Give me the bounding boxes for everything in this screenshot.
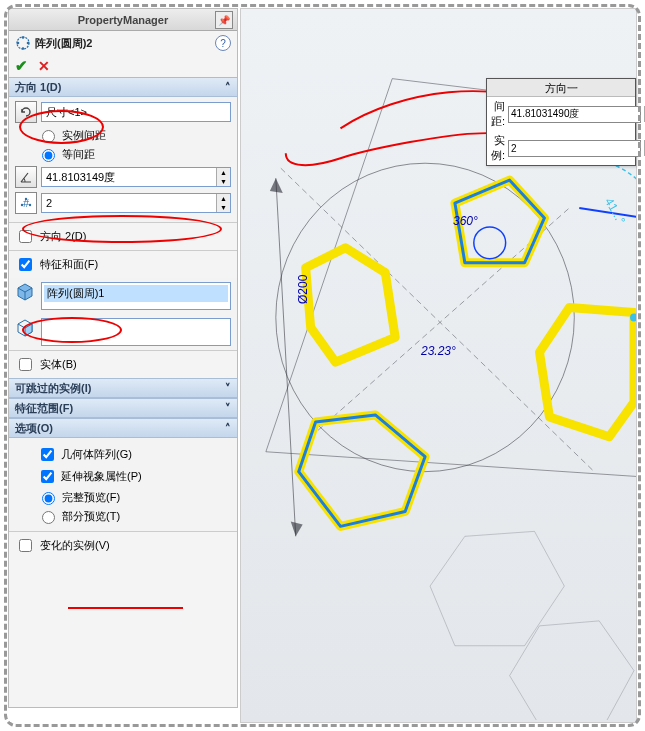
label-equal-spacing: 等间距 bbox=[62, 147, 95, 162]
features-selection-box[interactable]: 阵列(圆周)1 bbox=[41, 282, 231, 310]
check-direction2[interactable] bbox=[19, 230, 32, 243]
ok-cancel-row: ✔ ✕ bbox=[9, 55, 237, 77]
svg-point-4 bbox=[17, 42, 20, 45]
angle-input[interactable] bbox=[42, 171, 216, 183]
chevron-up-icon: ˄ bbox=[225, 81, 231, 94]
features-body: 阵列(圆周)1 bbox=[9, 278, 237, 314]
label-varied: 变化的实例(V) bbox=[40, 538, 110, 553]
section-options[interactable]: 选项(O) ˄ bbox=[9, 418, 237, 438]
face-select-icon bbox=[15, 318, 37, 340]
section-bodies[interactable]: 实体(B) bbox=[9, 350, 237, 378]
reverse-direction-button[interactable] bbox=[15, 101, 37, 123]
check-features[interactable] bbox=[19, 258, 32, 271]
radio-full-preview[interactable] bbox=[42, 492, 55, 505]
options-body: 几何体阵列(G) 延伸视象属性(P) 完整预览(F) 部分预览(T) bbox=[9, 438, 237, 531]
svg-line-16 bbox=[311, 208, 570, 437]
section-features-header[interactable]: 特征和面(F) bbox=[9, 250, 237, 278]
instances-input[interactable] bbox=[42, 197, 216, 209]
section-skippable-title: 可跳过的实例(I) bbox=[15, 381, 91, 396]
circular-pattern-icon bbox=[15, 35, 31, 51]
section-scope[interactable]: 特征范围(F) ˅ bbox=[9, 398, 237, 418]
feature-select-icon bbox=[15, 282, 37, 304]
svg-point-14 bbox=[276, 163, 574, 471]
svg-line-9 bbox=[266, 452, 636, 477]
angle-icon[interactable] bbox=[15, 166, 37, 188]
dimension-41: 41...° bbox=[602, 195, 628, 226]
selected-feature-item[interactable]: 阵列(圆周)1 bbox=[44, 285, 228, 302]
floating-spacing-label: 间距: bbox=[491, 99, 505, 129]
svg-line-15 bbox=[281, 168, 594, 471]
section-varied[interactable]: 变化的实例(V) bbox=[9, 531, 237, 559]
floating-spacing-input[interactable] bbox=[508, 106, 641, 123]
chevron-down-icon: ˅ bbox=[225, 382, 231, 395]
check-varied[interactable] bbox=[19, 539, 32, 552]
check-geometry-pattern[interactable] bbox=[41, 448, 54, 461]
faces-body bbox=[9, 314, 237, 350]
label-geometry-pattern: 几何体阵列(G) bbox=[61, 447, 132, 462]
help-icon[interactable]: ? bbox=[215, 35, 231, 51]
pm-title-bar: PropertyManager 📌 bbox=[9, 9, 237, 31]
section-skippable[interactable]: 可跳过的实例(I) ˅ bbox=[9, 378, 237, 398]
svg-point-2 bbox=[27, 42, 30, 45]
svg-text:#: # bbox=[23, 197, 30, 209]
angle-spinner[interactable]: ▲▼ bbox=[216, 168, 230, 186]
direction-reference-input[interactable] bbox=[41, 102, 231, 122]
dimension-diameter: Ø200 bbox=[296, 275, 310, 304]
floating-inst-label: 实例: bbox=[491, 133, 505, 163]
pin-icon[interactable]: 📌 bbox=[215, 11, 233, 29]
cancel-button[interactable]: ✕ bbox=[38, 58, 50, 74]
feature-header: 阵列(圆周)2 ? bbox=[9, 31, 237, 55]
section-direction1[interactable]: 方向 1(D) ˄ bbox=[9, 77, 237, 97]
radio-equal-spacing[interactable] bbox=[42, 149, 55, 162]
section-direction2[interactable]: 方向 2(D) bbox=[9, 222, 237, 250]
dimension-23: 23.23° bbox=[421, 344, 456, 358]
annotation-underline-geometry bbox=[68, 607, 183, 609]
floating-inst-input[interactable] bbox=[508, 140, 641, 157]
section-direction1-body: 实例间距 等间距 ▲▼ # ▲ bbox=[9, 97, 237, 222]
instances-icon[interactable]: # bbox=[15, 192, 37, 214]
floating-title: 方向一 bbox=[487, 79, 635, 97]
section-direction1-title: 方向 1(D) bbox=[15, 80, 61, 95]
label-direction2: 方向 2(D) bbox=[40, 229, 86, 244]
section-scope-title: 特征范围(F) bbox=[15, 401, 73, 416]
label-features: 特征和面(F) bbox=[40, 257, 98, 272]
label-instance-spacing: 实例间距 bbox=[62, 128, 106, 143]
section-options-title: 选项(O) bbox=[15, 421, 53, 436]
radio-instance-spacing[interactable] bbox=[42, 130, 55, 143]
svg-point-3 bbox=[22, 47, 25, 50]
chevron-up-icon: ˄ bbox=[225, 422, 231, 435]
floating-direction-box[interactable]: 方向一 间距: ▴▾ 实例: ▴▾ bbox=[486, 78, 636, 166]
instances-spinner[interactable]: ▲▼ bbox=[216, 194, 230, 212]
label-bodies: 实体(B) bbox=[40, 357, 77, 372]
property-manager-panel: PropertyManager 📌 阵列(圆周)2 ? ✔ ✕ 方向 1(D) … bbox=[8, 8, 238, 708]
label-full-preview: 完整预览(F) bbox=[62, 490, 120, 505]
feature-name: 阵列(圆周)2 bbox=[35, 36, 92, 51]
dimension-360: 360° bbox=[453, 214, 478, 228]
radio-partial-preview[interactable] bbox=[42, 511, 55, 524]
label-partial-preview: 部分预览(T) bbox=[62, 509, 120, 524]
pm-scroll[interactable]: 方向 1(D) ˄ 实例间距 等间距 bbox=[9, 77, 237, 707]
svg-point-18 bbox=[474, 227, 506, 259]
check-bodies[interactable] bbox=[19, 358, 32, 371]
check-propagate-visual[interactable] bbox=[41, 470, 54, 483]
svg-point-19 bbox=[630, 313, 636, 321]
svg-line-17 bbox=[276, 178, 296, 536]
chevron-down-icon: ˅ bbox=[225, 402, 231, 415]
pm-title: PropertyManager bbox=[78, 14, 168, 26]
svg-line-12 bbox=[266, 79, 392, 452]
label-propagate-visual: 延伸视象属性(P) bbox=[61, 469, 142, 484]
ok-button[interactable]: ✔ bbox=[15, 57, 28, 75]
svg-point-7 bbox=[29, 204, 31, 206]
svg-point-1 bbox=[22, 36, 25, 39]
faces-selection-box[interactable] bbox=[41, 318, 231, 346]
